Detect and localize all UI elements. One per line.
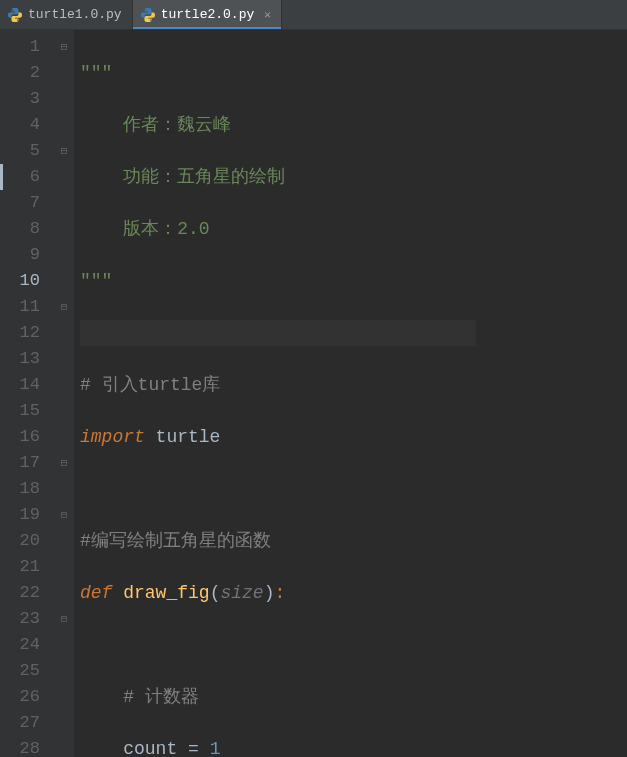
keyword-def: def bbox=[80, 583, 123, 603]
comment: # 引入turtle库 bbox=[80, 375, 220, 395]
function-name: draw_fig bbox=[123, 583, 209, 603]
code-area[interactable]: """ 作者：魏云峰 功能：五角星的绘制 版本：2.0 """ # 引入turt… bbox=[74, 30, 476, 757]
docstring: """ bbox=[80, 271, 112, 291]
fold-marker[interactable]: ⊟ bbox=[54, 138, 74, 164]
tab-bar: turtle1.0.py turtle2.0.py ✕ bbox=[0, 0, 627, 30]
python-icon bbox=[8, 8, 22, 22]
fold-gutter[interactable]: ⊟ ⊟ ⊟ ⊟ ⊟ ⊟ bbox=[54, 30, 74, 757]
docstring: 功能：五角星的绘制 bbox=[123, 167, 285, 187]
caret-line-marker bbox=[0, 164, 3, 190]
close-icon[interactable]: ✕ bbox=[264, 8, 271, 21]
tab-label: turtle1.0.py bbox=[28, 7, 122, 22]
fold-marker[interactable]: ⊟ bbox=[54, 294, 74, 320]
python-icon bbox=[141, 8, 155, 22]
tab-turtle1[interactable]: turtle1.0.py bbox=[0, 0, 133, 29]
fold-marker[interactable]: ⊟ bbox=[54, 502, 74, 528]
fold-marker[interactable]: ⊟ bbox=[54, 606, 74, 632]
comment: #编写绘制五角星的函数 bbox=[80, 531, 271, 551]
line-number-gutter[interactable]: 1 2 3 4 5 6 7 8 9 10 11 12 13 14 15 16 1… bbox=[0, 30, 54, 757]
keyword-import: import bbox=[80, 427, 145, 447]
docstring: 版本：2.0 bbox=[123, 219, 209, 239]
fold-marker[interactable]: ⊟ bbox=[54, 450, 74, 476]
parameter: size bbox=[220, 583, 263, 603]
docstring: """ bbox=[80, 63, 112, 83]
fold-marker[interactable]: ⊟ bbox=[54, 34, 74, 60]
editor: 1 2 3 4 5 6 7 8 9 10 11 12 13 14 15 16 1… bbox=[0, 30, 627, 757]
tab-turtle2[interactable]: turtle2.0.py ✕ bbox=[133, 0, 282, 29]
docstring: 作者：魏云峰 bbox=[123, 115, 231, 135]
tab-label: turtle2.0.py bbox=[161, 7, 255, 22]
comment: # 计数器 bbox=[123, 687, 199, 707]
